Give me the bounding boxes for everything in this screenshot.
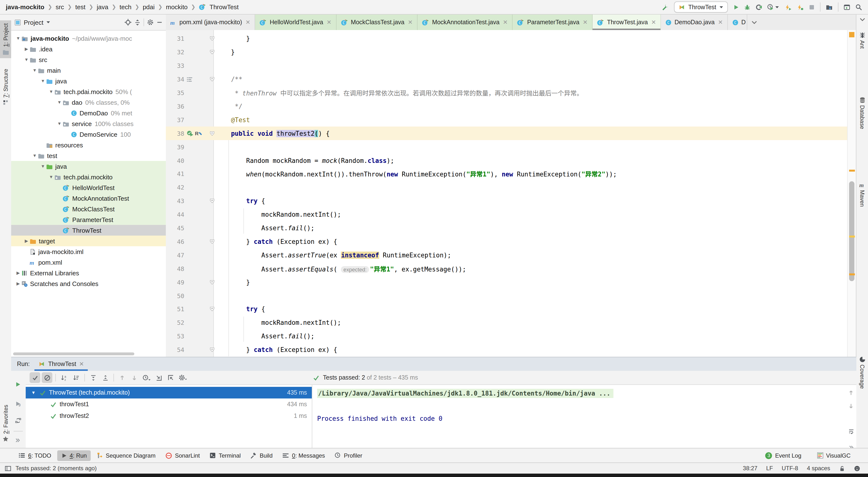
tab-close-icon[interactable]: ✕ bbox=[503, 19, 508, 26]
fold-marker[interactable] bbox=[209, 280, 215, 285]
collapse-all-icon[interactable] bbox=[134, 19, 141, 26]
search-icon[interactable] bbox=[856, 4, 862, 10]
expand-all-icon[interactable] bbox=[88, 372, 98, 383]
toolwindow-button-sonarlint[interactable]: SonarLint bbox=[161, 450, 204, 461]
stripe-structure-tab[interactable]: 7: Structure bbox=[0, 67, 11, 108]
tree-item-java-mockito[interactable]: ▼ java-mockito~/pdai/www/java-moc bbox=[11, 33, 166, 44]
tree-item-java[interactable]: ▼ java bbox=[11, 161, 166, 171]
tree-item-java-mockito-iml[interactable]: java-mockito.iml bbox=[11, 246, 166, 257]
tree-item-test[interactable]: ▼ test bbox=[11, 150, 166, 161]
run-tab[interactable]: ThrowTest ✕ bbox=[35, 357, 88, 371]
code-area[interactable]: 31 } 32 } 33 34 /** 35 * thenThrow 中可以指定… bbox=[166, 30, 856, 357]
tree-expanded-arrow[interactable]: ▼ bbox=[48, 174, 54, 179]
profile-icon[interactable] bbox=[767, 4, 779, 10]
tab-close-icon[interactable]: ✕ bbox=[718, 19, 723, 26]
tab-close-icon[interactable]: ✕ bbox=[651, 19, 656, 26]
tab-helloworldtest-java[interactable]: CHelloWorldTest.java✕ bbox=[255, 14, 337, 30]
code-line-37[interactable]: 37 @Test bbox=[166, 113, 848, 127]
rerun-icon[interactable] bbox=[15, 382, 21, 387]
fold-marker[interactable] bbox=[209, 198, 215, 203]
fold-marker[interactable] bbox=[209, 131, 215, 136]
tree-expanded-arrow[interactable]: ▼ bbox=[56, 121, 63, 126]
code-line-52[interactable]: 52 mockRandom.nextInt(); bbox=[166, 316, 848, 330]
code-line-51[interactable]: 51 try { bbox=[166, 303, 848, 316]
tab-parametertest-java[interactable]: CParameterTest.java✕ bbox=[513, 14, 593, 30]
tree-expanded-arrow[interactable]: ▼ bbox=[48, 89, 54, 94]
stripe-marker[interactable] bbox=[849, 235, 855, 237]
toolwindow-button-terminal[interactable]: Terminal bbox=[206, 450, 245, 461]
run-console[interactable]: /Library/Java/JavaVirtualMachines/jdk1.8… bbox=[312, 385, 856, 448]
toolwindow-button-0-messages[interactable]: 0: Messages bbox=[278, 450, 329, 461]
stripe-ant-tab[interactable]: Ant bbox=[856, 32, 868, 49]
breadcrumb-item[interactable]: test bbox=[75, 3, 86, 11]
breadcrumb-item[interactable]: java bbox=[97, 3, 108, 11]
tree-item-mockannotationtest[interactable]: C MockAnnotationTest bbox=[11, 193, 166, 203]
fold-marker[interactable] bbox=[209, 50, 215, 55]
face-icon[interactable] bbox=[854, 465, 860, 471]
run-anything-icon[interactable] bbox=[844, 4, 850, 10]
breadcrumb-item[interactable]: mockito bbox=[166, 3, 188, 11]
code-line-53[interactable]: 53 Assert.fail(); bbox=[166, 330, 848, 343]
previous-failed-icon[interactable] bbox=[117, 372, 127, 383]
run-config-select[interactable]: ThrowTest bbox=[674, 1, 728, 12]
tree-item-tech-pdai-mockito[interactable]: ▼ tech.pdai.mockito bbox=[11, 171, 166, 182]
locate-file-icon[interactable] bbox=[125, 19, 131, 26]
lock-icon[interactable] bbox=[839, 465, 845, 471]
breadcrumb-item[interactable]: java-mockito bbox=[6, 3, 44, 11]
indent-setting[interactable]: 4 spaces bbox=[807, 465, 830, 472]
stripe-project-tab[interactable]: 1: Project bbox=[0, 20, 11, 58]
sort-alphabetically-icon[interactable]: az bbox=[59, 372, 69, 383]
project-hscrollbar[interactable] bbox=[13, 352, 134, 355]
breadcrumb-item[interactable]: ThrowTest bbox=[210, 3, 239, 11]
hidden-tabs-icon[interactable] bbox=[748, 14, 761, 30]
test-history-icon[interactable] bbox=[141, 372, 152, 383]
fold-marker[interactable] bbox=[209, 347, 215, 352]
tree-item-parametertest[interactable]: C ParameterTest bbox=[11, 214, 166, 225]
tree-item-mockclasstest[interactable]: C MockClassTest bbox=[11, 203, 166, 214]
tab-pom-xml-java-mockito-[interactable]: mpom.xml (java-mockito)✕ bbox=[166, 14, 255, 30]
tree-expanded-arrow[interactable]: ▼ bbox=[40, 164, 46, 169]
toolwindow-button-6-todo[interactable]: 6: TODO bbox=[14, 450, 55, 461]
tree-item--idea[interactable]: ▶ .idea bbox=[11, 44, 166, 54]
tree-item-target[interactable]: ▶ target bbox=[11, 235, 166, 246]
breadcrumb[interactable]: java-mockito❯src❯test❯java❯tech❯pdai❯moc… bbox=[6, 3, 239, 11]
code-line-39[interactable]: 39 bbox=[166, 140, 848, 154]
breadcrumb-item[interactable]: src bbox=[56, 3, 64, 11]
caret-position[interactable]: 38:27 bbox=[743, 465, 757, 472]
collapse-all-icon[interactable] bbox=[100, 372, 111, 383]
toolwindow-button-event-log[interactable]: 3Event Log bbox=[762, 450, 805, 461]
test-result-row[interactable]: throwTest2 1 ms bbox=[26, 410, 312, 422]
tree-expanded-arrow[interactable]: ▼ bbox=[32, 153, 38, 158]
plugin-icon[interactable] bbox=[826, 4, 833, 10]
chevron-down-icon[interactable] bbox=[46, 21, 51, 24]
tab-d[interactable]: CD bbox=[727, 14, 747, 30]
tree-expanded-arrow[interactable]: ▼ bbox=[15, 36, 21, 41]
tree-item-service[interactable]: ▼ service100% classes bbox=[11, 118, 166, 129]
tab-close-icon[interactable]: ✕ bbox=[245, 19, 250, 26]
tree-item-demodao[interactable]: C DemoDao0% met bbox=[11, 107, 166, 118]
toolwindow-button-4-run[interactable]: 4: Run bbox=[57, 450, 91, 461]
code-line-48[interactable]: 48 Assert.assertEquals( expected:"异常1", … bbox=[166, 262, 848, 276]
code-line-42[interactable]: 42 bbox=[166, 181, 848, 194]
hide-panel-icon[interactable] bbox=[157, 20, 162, 25]
tree-expanded-arrow[interactable]: ▼ bbox=[56, 100, 63, 105]
tree-item-throwtest[interactable]: C ThrowTest bbox=[11, 225, 166, 235]
fold-marker[interactable] bbox=[209, 36, 215, 41]
tree-item-scratches-and-consoles[interactable]: ▶ Scratches and Consoles bbox=[11, 278, 166, 289]
close-icon[interactable]: ✕ bbox=[79, 361, 84, 368]
tree-collapsed-arrow[interactable]: ▶ bbox=[23, 238, 30, 243]
scroll-down-icon[interactable] bbox=[848, 403, 854, 409]
test-settings-icon[interactable] bbox=[178, 372, 188, 383]
fold-marker[interactable] bbox=[209, 76, 215, 82]
code-line-47[interactable]: 47 Assert.assertTrue(ex instanceof Runti… bbox=[166, 249, 848, 262]
tree-collapsed-arrow[interactable]: ▶ bbox=[15, 281, 21, 286]
toolwindow-button-sequence-diagram[interactable]: Sequence Diagram bbox=[93, 450, 159, 461]
code-line-46[interactable]: 46 } catch (Exception ex) { bbox=[166, 235, 848, 249]
fold-marker[interactable] bbox=[209, 239, 215, 244]
test-result-row[interactable]: throwTest1 434 ms bbox=[26, 399, 312, 410]
tree-item-java[interactable]: ▼ java bbox=[11, 75, 166, 86]
bolt-run-icon[interactable] bbox=[784, 4, 792, 10]
code-line-43[interactable]: 43 try { bbox=[166, 194, 848, 208]
stripe-hide-icon[interactable] bbox=[856, 18, 868, 22]
run-icon[interactable] bbox=[733, 4, 739, 10]
